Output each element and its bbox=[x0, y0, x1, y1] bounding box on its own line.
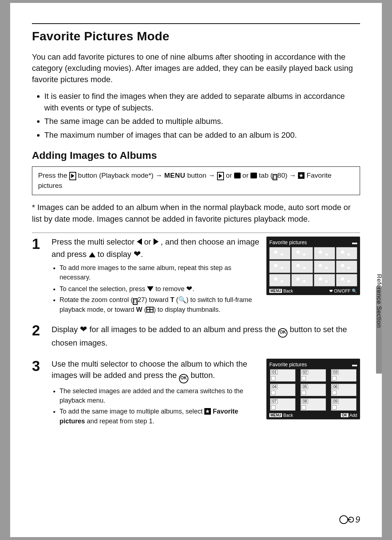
thumbnail-icon bbox=[146, 307, 154, 313]
flow-text: ) bbox=[285, 172, 289, 179]
top-rule bbox=[32, 23, 360, 24]
page-ref-icon: ⎕ bbox=[133, 298, 138, 305]
step-bullet: Rotate the zoom control (⎕27) toward T (… bbox=[60, 295, 260, 314]
magnify-icon: 🔍 bbox=[178, 295, 186, 305]
step-lead: Press the multi selector or , and then c… bbox=[52, 237, 260, 260]
lcd-back: Back bbox=[283, 413, 293, 418]
favorite-icon bbox=[298, 172, 305, 179]
date-mode-icon bbox=[250, 173, 257, 178]
album-slot: 04 bbox=[270, 384, 295, 396]
album-slot: 07 bbox=[270, 398, 295, 411]
playback-icon bbox=[217, 172, 224, 180]
heart-icon: ❤ bbox=[186, 285, 192, 293]
thumb bbox=[291, 247, 313, 259]
right-arrow-icon bbox=[154, 238, 159, 245]
page-ref: 80 bbox=[277, 172, 285, 179]
favorite-icon bbox=[204, 408, 211, 415]
thumb bbox=[336, 261, 357, 273]
thumb bbox=[269, 261, 290, 273]
heart-icon: ❤ bbox=[329, 289, 333, 294]
lcd-onoff: ON/OFF bbox=[334, 289, 350, 294]
lcd-preview-thumbnails: Favorite pictures ▬ MENUBack ❤ ON/OFF 🔍 bbox=[266, 237, 360, 295]
page-title: Favorite Pictures Mode bbox=[32, 29, 360, 43]
arrow-icon: → bbox=[289, 172, 298, 179]
lcd-back: Back bbox=[283, 289, 293, 294]
section-label: Reference Section bbox=[374, 272, 384, 330]
playback-icon bbox=[69, 172, 76, 180]
step-2: 2 Display ❤ for all images to be added t… bbox=[32, 323, 360, 352]
flow-text: button bbox=[187, 172, 208, 179]
ok-badge: OK bbox=[341, 413, 348, 417]
menu-badge: MENU bbox=[269, 413, 282, 417]
album-slot: 03 bbox=[331, 369, 356, 382]
step-bullet: To cancel the selection, press to remove… bbox=[60, 283, 260, 294]
album-slot: 02 bbox=[301, 369, 326, 382]
album-slot: 08 bbox=[301, 398, 326, 411]
flow-text: Press the bbox=[38, 172, 69, 179]
page-ref-icon: ⎕ bbox=[273, 174, 277, 180]
page-icon bbox=[339, 515, 348, 524]
footnote: * Images can be added to an album when i… bbox=[32, 202, 360, 224]
heart-icon: ❤ bbox=[80, 324, 87, 334]
intro-paragraph: You can add favorite pictures to one of … bbox=[32, 51, 360, 85]
page-number: 9 bbox=[339, 515, 360, 525]
thumb bbox=[314, 274, 335, 286]
up-arrow-icon bbox=[89, 252, 95, 257]
step-bullet: The selected images are added and the ca… bbox=[60, 386, 260, 405]
magnify-icon: 🔍 bbox=[352, 289, 357, 294]
arrow-icon: → bbox=[208, 172, 217, 179]
navigation-flow-box: Press the button (Playback mode*) → MENU… bbox=[32, 166, 360, 195]
step-number: 3 bbox=[32, 359, 44, 427]
lcd-add: Add bbox=[350, 413, 357, 418]
battery-icon: ▬ bbox=[352, 239, 357, 245]
battery-icon: ▬ bbox=[352, 362, 357, 367]
step-number: 1 bbox=[32, 237, 44, 316]
auto-mode-icon bbox=[234, 173, 241, 178]
down-arrow-icon bbox=[147, 286, 154, 291]
album-slot: 01 bbox=[270, 369, 295, 382]
step-3: 3 Use the multi selector to choose the a… bbox=[32, 359, 360, 427]
thumb bbox=[291, 274, 313, 286]
thumb bbox=[314, 261, 335, 273]
ok-button-icon: OK bbox=[179, 374, 188, 383]
lcd-preview-albums: Favorite pictures ▬ 01 02 03 04 05 06 07… bbox=[266, 359, 360, 419]
album-slot: 09 bbox=[331, 398, 356, 411]
intro-bullet: The same image can be added to multiple … bbox=[44, 116, 360, 127]
intro-bullet: It is easier to find the images when the… bbox=[44, 90, 360, 114]
arrow-icon: → bbox=[155, 172, 164, 179]
ok-button-icon: OK bbox=[278, 328, 287, 338]
flow-text: or bbox=[226, 172, 234, 179]
step-1: 1 Press the multi selector or , and then… bbox=[32, 237, 360, 316]
menu-label: MENU bbox=[164, 172, 185, 179]
intro-bullets: It is easier to find the images when the… bbox=[32, 90, 360, 141]
flow-text: or bbox=[242, 172, 250, 179]
thumb bbox=[269, 247, 290, 259]
steps-list: 1 Press the multi selector or , and then… bbox=[32, 237, 360, 427]
lcd-title: Favorite pictures bbox=[269, 239, 307, 245]
manual-page: Favorite Pictures Mode You can add favor… bbox=[10, 3, 382, 537]
thumb bbox=[269, 274, 290, 286]
flow-text: button (Playback mode*) bbox=[78, 172, 155, 179]
thumb bbox=[291, 261, 313, 273]
menu-badge: MENU bbox=[269, 289, 282, 293]
flow-text: tab ( bbox=[259, 172, 273, 179]
step-bullet: To add more images to the same album, re… bbox=[60, 263, 260, 282]
album-slot: 05 bbox=[301, 384, 326, 396]
intro-bullet: The maximum number of images that can be… bbox=[44, 129, 360, 141]
divider bbox=[32, 233, 360, 233]
step-lead: Display ❤ for all images to be added to … bbox=[52, 323, 360, 349]
album-slot: 06 bbox=[331, 384, 356, 396]
step-lead: Use the multi selector to choose the alb… bbox=[52, 359, 260, 383]
thumb bbox=[314, 247, 335, 259]
thumb bbox=[336, 274, 357, 286]
step-bullet: To add the same image to multiple albums… bbox=[60, 407, 260, 426]
lcd-title: Favorite pictures bbox=[269, 362, 307, 367]
left-arrow-icon bbox=[137, 238, 142, 245]
heart-icon: ❤ bbox=[134, 249, 141, 259]
step-number: 2 bbox=[32, 323, 44, 352]
section-heading: Adding Images to Albums bbox=[32, 150, 360, 161]
thumb bbox=[336, 247, 357, 259]
